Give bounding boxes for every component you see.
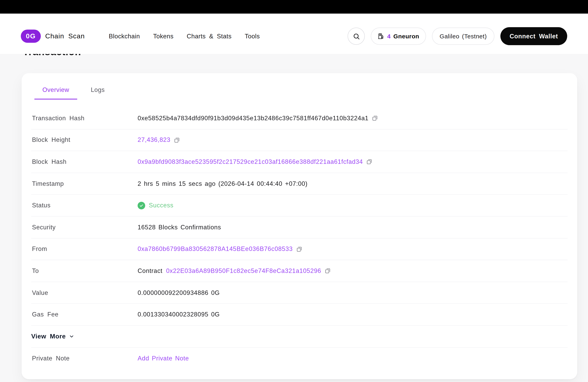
row-label: Block Hash: [31, 158, 138, 165]
row-label: Block Height: [31, 136, 138, 144]
timestamp-value: 2 hrs 5 mins 15 secs ago (2026-04-14 00:…: [138, 180, 308, 187]
tabs: Overview Logs: [31, 73, 567, 99]
copy-button[interactable]: [366, 159, 372, 165]
status-badge: Success: [149, 202, 173, 209]
row-status: Status Success: [31, 195, 567, 217]
connect-wallet-button[interactable]: Connect Wallet: [500, 27, 567, 45]
gas-unit: Gneuron: [393, 33, 419, 39]
row-timestamp: Timestamp 2 hrs 5 mins 15 secs ago (2026…: [31, 173, 567, 195]
detail-rows: Transaction Hash 0xe58525b4a7834dfd90f91…: [31, 108, 567, 369]
nav-item-tools[interactable]: Tools: [245, 33, 260, 40]
value-amount: 0.000000092200934886 0G: [138, 289, 220, 296]
copy-icon: [325, 268, 331, 274]
row-transaction-hash: Transaction Hash 0xe58525b4a7834dfd90f91…: [31, 108, 567, 129]
row-gas-fee: Gas Fee 0.001330340002328095 0G: [31, 304, 567, 326]
tab-logs[interactable]: Logs: [83, 84, 113, 99]
add-private-note-link[interactable]: Add Private Note: [138, 355, 189, 362]
transaction-card: Overview Logs Transaction Hash 0xe58525b…: [21, 73, 577, 379]
search-button[interactable]: [348, 28, 365, 45]
row-from: From 0xa7860b6799Ba830562878A145BEe036B7…: [31, 238, 567, 260]
copy-icon: [174, 137, 180, 143]
row-label: Status: [31, 202, 138, 209]
header: 0G Chain Scan Blockchain Tokens Charts &…: [0, 14, 588, 54]
og-logo-icon: 0G: [21, 30, 41, 43]
nav-item-blockchain[interactable]: Blockchain: [109, 33, 140, 40]
page: 0G Chain Scan Blockchain Tokens Charts &…: [0, 0, 588, 382]
transaction-hash-value: 0xe58525b4a7834dfd90f91b3d09d435e13b2486…: [138, 115, 369, 122]
to-address-link[interactable]: 0x22E03a6A89B950F1c82ec5e74F8eCa321a1052…: [166, 267, 321, 274]
row-label: Gas Fee: [31, 311, 138, 318]
tab-overview[interactable]: Overview: [34, 84, 77, 99]
row-label: Transaction Hash: [31, 115, 138, 122]
main-nav: Blockchain Tokens Charts & Stats Tools: [109, 33, 260, 40]
brand[interactable]: 0G Chain Scan: [21, 30, 85, 43]
row-label: To: [31, 267, 138, 274]
block-height-link[interactable]: 27,436,823: [138, 136, 170, 144]
row-block-hash: Block Hash 0x9a9bfd9083f3ace523595f2c217…: [31, 151, 567, 173]
check-icon: [138, 202, 145, 209]
row-security: Security 16528 Blocks Confirmations: [31, 217, 567, 238]
header-right: 4 Gneuron Galileo (Testnet) Connect Wall…: [348, 27, 567, 45]
top-black-bar: [0, 0, 588, 14]
network-name: Galileo (Testnet): [440, 33, 487, 39]
nav-item-tokens[interactable]: Tokens: [153, 33, 174, 40]
network-badge[interactable]: Galileo (Testnet): [432, 28, 494, 45]
view-more-label: View More: [31, 333, 66, 340]
contract-prefix: Contract: [138, 267, 162, 274]
block-hash-link[interactable]: 0x9a9bfd9083f3ace523595f2c217529ce21c03a…: [138, 158, 363, 165]
copy-button[interactable]: [372, 115, 378, 121]
row-label: Private Note: [31, 355, 138, 362]
row-private-note: Private Note Add Private Note: [31, 347, 567, 369]
chevron-down-icon: [69, 333, 75, 339]
copy-button[interactable]: [296, 246, 302, 252]
gas-fee-amount: 0.001330340002328095 0G: [138, 311, 220, 318]
view-more-button[interactable]: View More: [31, 333, 75, 340]
row-view-more: View More: [31, 326, 567, 347]
row-to: To Contract 0x22E03a6A89B950F1c82ec5e74F…: [31, 260, 567, 282]
copy-button[interactable]: [174, 137, 180, 143]
from-address-link[interactable]: 0xa7860b6799Ba830562878A145BEe036B76c085…: [138, 246, 293, 253]
copy-button[interactable]: [325, 268, 331, 274]
gas-count: 4: [387, 33, 391, 39]
content: Transaction Overview Logs Transaction Ha…: [0, 54, 588, 382]
row-label: Timestamp: [31, 180, 138, 187]
row-label: Security: [31, 224, 138, 231]
copy-icon: [366, 159, 372, 165]
security-value: 16528 Blocks Confirmations: [138, 224, 221, 231]
gas-pump-icon: [378, 33, 384, 39]
row-block-height: Block Height 27,436,823: [31, 129, 567, 151]
row-label: Value: [31, 289, 138, 296]
brand-name: Chain Scan: [45, 32, 85, 40]
row-label: From: [31, 246, 138, 253]
copy-icon: [296, 246, 302, 252]
row-value: Value 0.000000092200934886 0G: [31, 282, 567, 304]
gas-badge[interactable]: 4 Gneuron: [371, 28, 426, 45]
nav-item-charts-stats[interactable]: Charts & Stats: [187, 33, 231, 40]
copy-icon: [372, 115, 378, 121]
search-icon: [353, 33, 360, 40]
